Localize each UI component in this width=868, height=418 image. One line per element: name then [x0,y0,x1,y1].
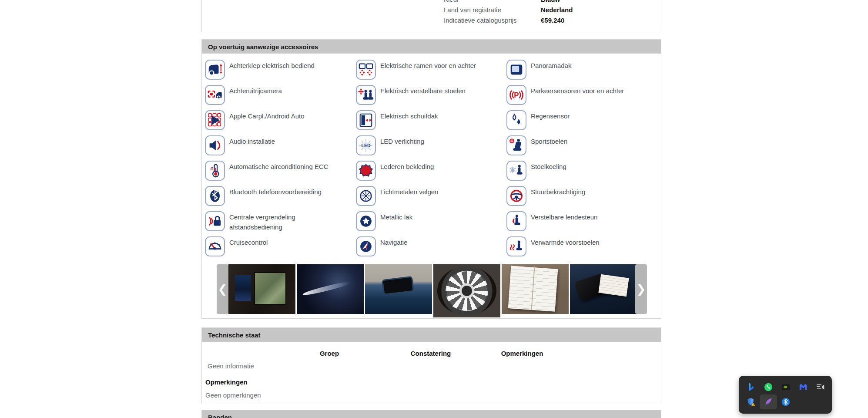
photo-roof-sunroof-open[interactable] [365,264,432,314]
field-value: Blauw [541,0,560,3]
electric-windows-icon [356,60,376,80]
technical-state-card: Technische staat Groep Constatering Opme… [201,327,661,403]
security-shield-warning-icon[interactable] [742,394,760,409]
tray-row [742,380,832,394]
heated-seats-icon [506,236,526,256]
accessory-label: Centrale vergrendeling afstandsbediening [229,212,335,232]
accessory-label: Bluetooth telefoonvoorbereiding [229,187,335,197]
accessory-label: Lederen bekleding [380,162,486,172]
photo-alloy-wheel[interactable] [433,264,500,317]
accessory-label: Panoramadak [531,61,636,71]
nvidia-icon[interactable] [777,380,794,394]
field-label: Kleur [444,0,459,3]
field-value: Nederland [541,6,573,14]
accessory-label: Automatische airconditioning ECC [229,162,335,172]
accessory-label: Stoelkoeling [531,162,636,172]
svg-text:LED: LED [362,143,371,148]
column-header-constatering: Constatering [411,350,451,357]
feather-icon[interactable] [760,394,777,409]
system-tray-overflow [739,376,832,414]
tyres-header: Banden [202,410,661,418]
tyres-title: Banden [208,414,232,418]
rain-sensor-icon [506,110,526,130]
accessory-label: Verstelbare lendesteun [531,212,636,222]
central-locking-icon [205,211,225,231]
audio-system-icon [205,135,225,155]
malwarebytes-icon[interactable] [794,380,812,394]
tailgate-electric-icon [205,60,225,80]
accessories-card: Op voertuig aanwezige accessoires Achter… [201,39,661,319]
remarks-label: Opmerkingen [205,378,248,386]
accessory-label: Metallic lak [380,212,486,222]
cruise-control-icon [205,236,225,256]
column-header-groep: Groep [320,350,339,357]
photo-headlight-night[interactable] [297,264,364,314]
climate-control-icon [205,161,225,181]
column-header-opmerkingen: Opmerkingen [501,350,543,357]
accessory-label: Stuurbekrachtiging [531,187,636,197]
photo-car-keys[interactable] [570,264,637,314]
bluetooth-phone-icon [205,186,225,206]
accessory-label: Regensensor [531,111,636,121]
accessory-label: Achterklep elektrisch bediend [229,61,335,71]
accessory-label: Elektrisch verstelbare stoelen [380,86,486,96]
power-steering-icon [506,186,526,206]
lumbar-support-icon [506,211,526,231]
photo-service-documents[interactable] [502,264,569,314]
field-label: Land van registratie [444,6,501,14]
accessory-label: Audio installatie [229,136,335,146]
sport-seats-icon [506,135,526,155]
accessory-label: Lichtmetalen velgen [380,187,486,197]
technical-state-header: Technische staat [202,328,661,342]
metallic-paint-icon [356,211,376,231]
tray-row [742,394,832,409]
accessory-label: Cruisecontrol [229,237,335,247]
carplay-android-icon [205,110,225,130]
carousel-next-button[interactable]: ❯ [635,264,647,314]
panorama-roof-icon [506,60,526,80]
alloy-wheels-icon [356,186,376,206]
technical-state-title: Technische staat [208,331,261,339]
accessory-label: Sportstoelen [531,136,636,146]
navigation-icon [356,236,376,256]
field-value: €59.240 [541,16,564,24]
rear-camera-icon [205,85,225,105]
leather-upholstery-icon [356,161,376,181]
accessory-label: Verwarmde voorstoelen [531,237,636,247]
svg-text:P: P [514,91,519,99]
parking-sensors-icon: P [506,85,526,105]
accessory-label: Elektrische ramen voor en achter [380,61,486,71]
accessories-title: Op voertuig aanwezige accessoires [208,43,318,51]
accessories-header: Op voertuig aanwezige accessoires [202,40,661,54]
seat-cooling-icon [506,161,526,181]
photo-infotainment-navigation[interactable] [228,264,295,314]
photo-carousel: ❮ ❯ [202,264,662,317]
carousel-thumbnails [228,264,637,317]
bluetooth-tray-icon[interactable] [777,394,794,409]
no-information-text: Geen informatie [208,362,254,370]
field-label: Indicatieve catalogusprijs [444,16,517,24]
no-remarks-text: Geen opmerkingen [205,391,261,399]
announcements-icon[interactable] [812,380,829,394]
vehicle-info-card: KleurBlauwLand van registratieNederlandI… [201,0,661,32]
led-lighting-icon: LED [356,135,376,155]
bing-icon[interactable] [742,380,760,394]
accessory-label: LED verlichting [380,136,486,146]
sunroof-icon [356,110,376,130]
accessory-label: Achteruitrijcamera [229,86,335,96]
tyres-card: Banden [201,410,661,418]
electric-seats-icon [356,85,376,105]
accessory-label: Apple Carpl./Android Auto [229,111,335,121]
accessory-label: Parkeersensoren voor en achter [531,86,636,96]
carousel-prev-button[interactable]: ❮ [217,264,228,314]
whatsapp-icon[interactable] [760,380,777,394]
accessory-label: Elektrisch schuifdak [380,111,486,121]
accessory-label: Navigatie [380,237,486,247]
page: KleurBlauwLand van registratieNederlandI… [0,0,868,418]
